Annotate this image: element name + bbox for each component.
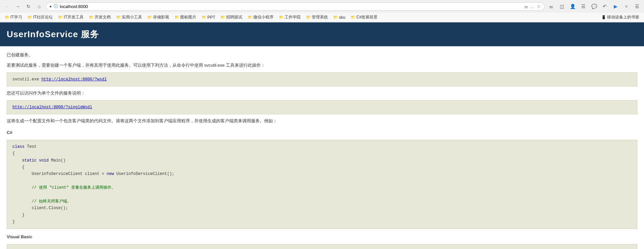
folder-icon: 📁 bbox=[220, 15, 225, 19]
bookmark-label: IT社区论坛 bbox=[33, 14, 53, 20]
toolbar-right: ⚌ ◫ 👤 ☰ 💬 ↶ ▶ ▿ ☰ bbox=[547, 2, 641, 11]
folder-icon: 📁 bbox=[89, 15, 94, 19]
intro-text: 已创建服务。 bbox=[7, 52, 637, 59]
mobile-icon: 📱 bbox=[601, 15, 606, 19]
bookmark-mini-tools[interactable]: 📁 实用小工具 bbox=[114, 14, 144, 21]
undo-button[interactable]: ↶ bbox=[600, 2, 609, 11]
profile-button[interactable]: 👤 bbox=[568, 2, 577, 11]
folder-icon: 📁 bbox=[58, 15, 63, 19]
feedback-button[interactable]: 💬 bbox=[590, 2, 598, 11]
extensions-icon: ⚌ bbox=[524, 4, 528, 9]
bookmark-label: 管理系统 bbox=[312, 14, 328, 20]
folder-icon: 📁 bbox=[202, 15, 206, 19]
refresh-button[interactable]: ↻ bbox=[24, 2, 33, 11]
bookmark-csharp[interactable]: 📁 C#发展前景 bbox=[349, 14, 380, 21]
code-line: client.Close(); bbox=[12, 205, 632, 211]
code-line: static void Main() bbox=[12, 157, 632, 164]
code-line: } bbox=[12, 219, 632, 225]
svcutil-command: svcutil.exe bbox=[12, 77, 41, 82]
bookmark-it-learning[interactable]: 📁 IT学习 bbox=[3, 14, 24, 21]
extensions-button[interactable]: ⚌ bbox=[547, 2, 555, 11]
code-line: { bbox=[12, 150, 632, 157]
page-content: 已创建服务。 若要测试此服务，需要创建一个客户端，并将其用于使用此服务。可以使用… bbox=[0, 46, 644, 249]
bookmark-management[interactable]: 📁 管理系统 bbox=[304, 14, 330, 21]
bookmarks-bar: 📁 IT学习 📁 IT社区论坛 📁 IT开发工具 📁 开发文档 📁 实用小工具 … bbox=[0, 13, 644, 22]
code-line bbox=[12, 178, 632, 184]
bookmark-label: 实用小工具 bbox=[122, 14, 142, 20]
code-line: Class Test bbox=[12, 248, 632, 249]
bookmark-storage-video[interactable]: 📁 存储影视 bbox=[145, 14, 171, 21]
vb-lang-label: Visual Basic bbox=[7, 234, 637, 241]
menu-button[interactable]: ☰ bbox=[633, 2, 641, 11]
folder-icon: 📁 bbox=[175, 15, 179, 19]
generate-desc: 这将生成一个配置文件和一个包含客户端类的代码文件。请将这两个文件添加到客户端应用… bbox=[7, 118, 637, 125]
bookmark-label: 招聘面试 bbox=[226, 14, 242, 20]
bookmark-work-school[interactable]: 📁 工作学院 bbox=[277, 14, 303, 21]
bookmark-star-icon[interactable]: ☆ bbox=[537, 4, 541, 9]
bookmark-it-community[interactable]: 📁 IT社区论坛 bbox=[26, 14, 55, 21]
bookmark-label: 微信小程序 bbox=[253, 14, 274, 20]
bookmark-sku[interactable]: 📁 sku bbox=[331, 14, 347, 20]
forward-button[interactable]: → bbox=[13, 2, 22, 11]
info-icon: ⓘ bbox=[54, 4, 58, 9]
browser-toolbar: ← → ↻ ⌂ ● ⓘ ⚌ … ☆ ⚌ ◫ 👤 ☰ 💬 ↶ ▶ ▿ ☰ bbox=[0, 0, 644, 13]
folder-icon: 📁 bbox=[28, 15, 32, 19]
bookmark-label: 移动设备上的书签 bbox=[607, 14, 639, 20]
single-wsdl-code-block: http://localhost:8000/?singleWsdl bbox=[7, 100, 637, 114]
bookmark-label: IT学习 bbox=[10, 14, 22, 20]
security-icon: ● bbox=[49, 4, 52, 9]
bookmark-label: C#发展前景 bbox=[356, 14, 378, 20]
folder-icon: 📁 bbox=[116, 15, 121, 19]
single-wsdl-link[interactable]: http://localhost:8000/?singleWsdl bbox=[12, 105, 92, 110]
description-text: 若要测试此服务，需要创建一个客户端，并将其用于使用此服务。可以使用下列方法，从命… bbox=[7, 62, 637, 69]
folder-icon: 📁 bbox=[248, 15, 252, 19]
favorites-button[interactable]: ☰ bbox=[579, 2, 588, 11]
tab-search-button[interactable]: ◫ bbox=[557, 2, 566, 11]
folder-icon: 📁 bbox=[5, 15, 9, 19]
back-button[interactable]: ← bbox=[3, 2, 11, 11]
folder-icon: 📁 bbox=[147, 15, 152, 19]
bookmark-it-tools[interactable]: 📁 IT开发工具 bbox=[56, 14, 86, 21]
bookmark-icons[interactable]: 📁 图标图片 bbox=[172, 14, 198, 21]
bookmark-dev-docs[interactable]: 📁 开发文档 bbox=[87, 14, 113, 21]
folder-icon: 📁 bbox=[333, 15, 338, 19]
single-file-desc: 您还可以访问作为单个文件的服务说明： bbox=[7, 90, 637, 97]
bookmark-label: sku bbox=[339, 15, 345, 20]
bookmark-label: 存储影视 bbox=[153, 14, 169, 20]
sync-button[interactable]: ▶ bbox=[611, 2, 620, 11]
address-bar-wrapper: ● ⓘ ⚌ … ☆ bbox=[46, 2, 545, 11]
csharp-code-block: class Test { static void Main() { Userin… bbox=[7, 140, 637, 229]
folder-icon: 📁 bbox=[306, 15, 311, 19]
home-button[interactable]: ⌂ bbox=[35, 2, 44, 11]
code-line bbox=[12, 191, 632, 198]
folder-icon: 📁 bbox=[351, 15, 355, 19]
bookmark-interview[interactable]: 📁 招聘面试 bbox=[218, 14, 244, 21]
code-line: UserinfoServiceClient client = new Useri… bbox=[12, 171, 632, 177]
page-title: UserInfoService 服务 bbox=[7, 28, 637, 40]
bookmark-label: PPT bbox=[207, 15, 215, 20]
vb-code-block: Class Test Shared Sub Main() Dim client … bbox=[7, 244, 637, 249]
browser-chrome: ← → ↻ ⌂ ● ⓘ ⚌ … ☆ ⚌ ◫ 👤 ☰ 💬 ↶ ▶ ▿ ☰ 📁 bbox=[0, 0, 644, 22]
bookmark-label: 开发文档 bbox=[95, 14, 111, 20]
bookmark-label: 图标图片 bbox=[180, 14, 196, 20]
bookmark-wechat-mini[interactable]: 📁 微信小程序 bbox=[246, 14, 276, 21]
code-line: // 始终关闭客户端。 bbox=[12, 198, 632, 205]
code-line: } bbox=[12, 212, 632, 219]
more-tools-icon[interactable]: … bbox=[530, 4, 535, 9]
bookmark-label: 工作学院 bbox=[285, 14, 301, 20]
csharp-lang-label: C# bbox=[7, 129, 637, 136]
bookmark-mobile[interactable]: 📱 移动设备上的书签 bbox=[599, 14, 641, 21]
page-header: UserInfoService 服务 bbox=[0, 22, 644, 46]
code-line: { bbox=[12, 164, 632, 171]
svcutil-code-block: svcutil.exe http://localhost:8000/?wsdl bbox=[7, 72, 637, 86]
folder-icon: 📁 bbox=[279, 15, 284, 19]
bookmark-ppt[interactable]: 📁 PPT bbox=[200, 14, 217, 20]
bookmark-label: IT开发工具 bbox=[64, 14, 84, 20]
code-line: // 使用 "client" 变量在服务上调用操作。 bbox=[12, 184, 632, 191]
code-line: class Test bbox=[12, 143, 632, 150]
filter-button[interactable]: ▿ bbox=[622, 2, 631, 11]
address-input[interactable] bbox=[60, 4, 522, 9]
svcutil-wsdl-link[interactable]: http://localhost:8000/?wsdl bbox=[41, 77, 106, 82]
